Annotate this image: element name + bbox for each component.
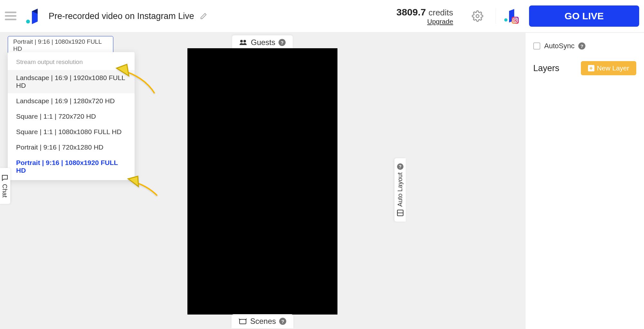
auto-layout-label: Auto Layout bbox=[396, 172, 404, 207]
auto-layout-tab[interactable]: ? Auto Layout bbox=[394, 158, 406, 222]
scenes-tab[interactable]: Scenes ? bbox=[232, 314, 293, 328]
layers-title: Layers bbox=[533, 63, 559, 73]
credits-label: credits bbox=[429, 8, 453, 18]
edit-icon[interactable] bbox=[200, 13, 207, 20]
guests-icon bbox=[239, 39, 248, 46]
annotation-arrow-icon bbox=[127, 174, 159, 200]
upgrade-link[interactable]: Upgrade bbox=[427, 18, 453, 25]
guests-tab[interactable]: Guests ? bbox=[232, 35, 293, 50]
video-preview[interactable] bbox=[187, 48, 337, 315]
svg-marker-10 bbox=[117, 64, 129, 76]
app-logo[interactable] bbox=[25, 8, 42, 24]
plus-icon: + bbox=[588, 65, 594, 71]
help-icon[interactable]: ? bbox=[578, 42, 585, 50]
main-area: Portrait | 9:16 | 1080x1920 FULL HD Stre… bbox=[0, 33, 644, 329]
svg-point-9 bbox=[516, 18, 517, 19]
layers-header: Layers + New Layer bbox=[526, 57, 644, 80]
credits-block: 3809.7 credits Upgrade bbox=[396, 7, 453, 25]
svg-point-13 bbox=[243, 40, 246, 42]
new-layer-button[interactable]: + New Layer bbox=[581, 61, 636, 75]
new-layer-label: New Layer bbox=[597, 64, 629, 72]
help-icon[interactable]: ? bbox=[279, 318, 286, 325]
svg-point-4 bbox=[504, 18, 507, 22]
layout-icon bbox=[397, 209, 404, 216]
chat-label: Chat bbox=[1, 184, 8, 197]
layers-panel: AutoSync ? Layers + New Layer bbox=[525, 33, 644, 329]
canvas-area: Portrait | 9:16 | 1080x1920 FULL HD Stre… bbox=[0, 33, 525, 329]
help-icon[interactable]: ? bbox=[279, 39, 286, 46]
svg-rect-14 bbox=[240, 319, 246, 324]
resolution-option-selected[interactable]: Portrait | 9:16 | 1080x1920 FULL HD bbox=[8, 155, 135, 178]
autosync-row[interactable]: AutoSync ? bbox=[526, 39, 644, 57]
divider bbox=[496, 8, 496, 24]
project-title: Pre-recorded video on Instagram Live bbox=[49, 11, 194, 21]
svg-point-0 bbox=[26, 20, 30, 23]
scenes-label: Scenes bbox=[250, 317, 276, 326]
settings-icon[interactable] bbox=[472, 10, 483, 22]
help-icon[interactable]: ? bbox=[397, 163, 403, 170]
svg-point-12 bbox=[240, 40, 243, 42]
autosync-checkbox[interactable] bbox=[533, 42, 540, 50]
menu-icon[interactable] bbox=[5, 12, 16, 21]
svg-point-3 bbox=[476, 15, 479, 18]
platform-logo-instagram[interactable] bbox=[504, 8, 519, 24]
credits-value: 3809.7 bbox=[396, 7, 426, 18]
chat-tab[interactable]: Chat bbox=[0, 168, 10, 204]
resolution-option[interactable]: Square | 1:1 | 1080x1080 FULL HD bbox=[8, 124, 135, 140]
svg-marker-11 bbox=[128, 176, 138, 187]
annotation-arrow-icon bbox=[115, 62, 157, 99]
scenes-icon bbox=[239, 318, 247, 325]
autosync-label: AutoSync bbox=[544, 42, 574, 50]
guests-label: Guests bbox=[251, 38, 275, 47]
go-live-button[interactable]: GO LIVE bbox=[529, 5, 639, 27]
resolution-option[interactable]: Square | 1:1 | 720x720 HD bbox=[8, 109, 135, 124]
resolution-option[interactable]: Portrait | 9:16 | 720x1280 HD bbox=[8, 140, 135, 155]
chat-icon bbox=[1, 174, 8, 181]
app-header: Pre-recorded video on Instagram Live 380… bbox=[0, 0, 644, 33]
